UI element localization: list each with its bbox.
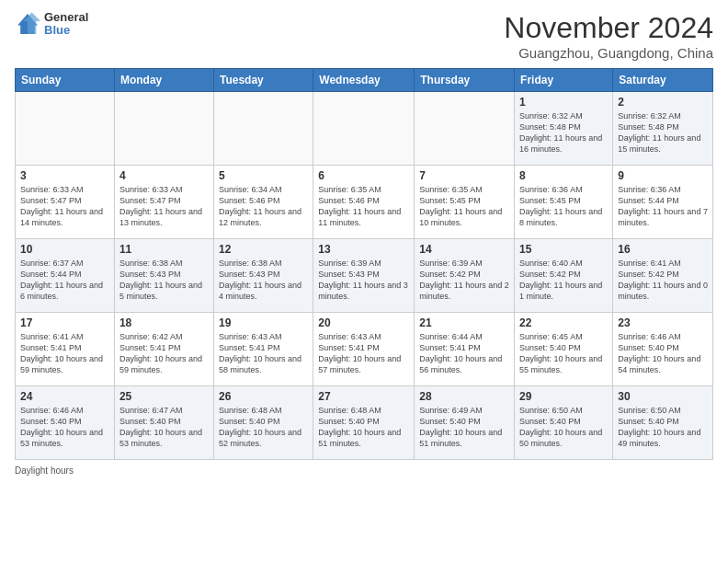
calendar-cell: 14Sunrise: 6:39 AM Sunset: 5:42 PM Dayli…	[415, 239, 515, 313]
calendar-cell: 4Sunrise: 6:33 AM Sunset: 5:47 PM Daylig…	[114, 166, 213, 239]
day-info: Sunrise: 6:38 AM Sunset: 5:43 PM Dayligh…	[219, 258, 308, 303]
calendar-cell: 20Sunrise: 6:43 AM Sunset: 5:41 PM Dayli…	[313, 313, 415, 386]
day-number: 2	[618, 96, 708, 109]
week-row: 1Sunrise: 6:32 AM Sunset: 5:48 PM Daylig…	[16, 92, 713, 166]
calendar-cell	[313, 92, 415, 166]
logo: General Blue	[15, 11, 88, 38]
day-info: Sunrise: 6:38 AM Sunset: 5:43 PM Dayligh…	[119, 258, 209, 303]
calendar-cell: 21Sunrise: 6:44 AM Sunset: 5:41 PM Dayli…	[415, 313, 515, 386]
calendar-cell: 26Sunrise: 6:48 AM Sunset: 5:40 PM Dayli…	[213, 386, 313, 460]
day-number: 18	[119, 316, 209, 329]
calendar-cell: 17Sunrise: 6:41 AM Sunset: 5:41 PM Dayli…	[16, 313, 115, 386]
calendar-cell	[114, 92, 213, 166]
day-number: 11	[119, 243, 209, 256]
day-info: Sunrise: 6:36 AM Sunset: 5:45 PM Dayligh…	[519, 184, 608, 229]
page-subtitle: Guangzhou, Guangdong, China	[504, 45, 713, 61]
calendar-cell: 24Sunrise: 6:46 AM Sunset: 5:40 PM Dayli…	[16, 386, 115, 460]
calendar-cell: 13Sunrise: 6:39 AM Sunset: 5:43 PM Dayli…	[313, 239, 415, 313]
day-info: Sunrise: 6:49 AM Sunset: 5:40 PM Dayligh…	[419, 405, 509, 450]
day-number: 26	[219, 390, 308, 403]
day-number: 1	[519, 96, 608, 109]
day-info: Sunrise: 6:35 AM Sunset: 5:46 PM Dayligh…	[318, 184, 409, 229]
day-number: 10	[20, 243, 109, 256]
day-number: 21	[419, 316, 509, 329]
day-number: 6	[318, 169, 409, 182]
day-info: Sunrise: 6:50 AM Sunset: 5:40 PM Dayligh…	[519, 405, 608, 450]
day-number: 5	[219, 169, 308, 182]
calendar-cell: 16Sunrise: 6:41 AM Sunset: 5:42 PM Dayli…	[613, 239, 713, 313]
day-number: 8	[519, 169, 608, 182]
day-number: 3	[20, 169, 109, 182]
calendar-cell: 9Sunrise: 6:36 AM Sunset: 5:44 PM Daylig…	[613, 166, 713, 239]
day-number: 27	[318, 390, 409, 403]
day-info: Sunrise: 6:46 AM Sunset: 5:40 PM Dayligh…	[20, 405, 109, 450]
calendar-cell: 8Sunrise: 6:36 AM Sunset: 5:45 PM Daylig…	[515, 166, 613, 239]
week-row: 10Sunrise: 6:37 AM Sunset: 5:44 PM Dayli…	[16, 239, 713, 313]
title-block: November 2024 Guangzhou, Guangdong, Chin…	[504, 11, 713, 61]
day-info: Sunrise: 6:45 AM Sunset: 5:40 PM Dayligh…	[519, 331, 608, 376]
calendar-cell: 22Sunrise: 6:45 AM Sunset: 5:40 PM Dayli…	[515, 313, 613, 386]
day-number: 9	[618, 169, 708, 182]
week-row: 24Sunrise: 6:46 AM Sunset: 5:40 PM Dayli…	[16, 386, 713, 460]
col-header-wednesday: Wednesday	[313, 69, 415, 92]
day-info: Sunrise: 6:44 AM Sunset: 5:41 PM Dayligh…	[419, 331, 509, 376]
calendar-cell: 29Sunrise: 6:50 AM Sunset: 5:40 PM Dayli…	[515, 386, 613, 460]
day-info: Sunrise: 6:34 AM Sunset: 5:46 PM Dayligh…	[219, 184, 308, 229]
daylight-label: Daylight hours	[15, 465, 74, 476]
day-info: Sunrise: 6:32 AM Sunset: 5:48 PM Dayligh…	[618, 110, 708, 155]
day-number: 19	[219, 316, 308, 329]
day-number: 7	[419, 169, 509, 182]
day-number: 15	[519, 243, 608, 256]
logo-blue: Blue	[44, 24, 88, 37]
day-number: 14	[419, 243, 509, 256]
calendar-cell: 10Sunrise: 6:37 AM Sunset: 5:44 PM Dayli…	[16, 239, 115, 313]
day-info: Sunrise: 6:36 AM Sunset: 5:44 PM Dayligh…	[618, 184, 708, 229]
week-row: 3Sunrise: 6:33 AM Sunset: 5:47 PM Daylig…	[16, 166, 713, 239]
day-info: Sunrise: 6:39 AM Sunset: 5:42 PM Dayligh…	[419, 258, 509, 303]
day-info: Sunrise: 6:33 AM Sunset: 5:47 PM Dayligh…	[20, 184, 109, 229]
day-number: 12	[219, 243, 308, 256]
day-info: Sunrise: 6:33 AM Sunset: 5:47 PM Dayligh…	[119, 184, 209, 229]
calendar-header-row: SundayMondayTuesdayWednesdayThursdayFrid…	[16, 69, 713, 92]
day-info: Sunrise: 6:41 AM Sunset: 5:41 PM Dayligh…	[20, 331, 109, 376]
calendar: SundayMondayTuesdayWednesdayThursdayFrid…	[15, 68, 713, 460]
day-info: Sunrise: 6:43 AM Sunset: 5:41 PM Dayligh…	[219, 331, 308, 376]
calendar-cell	[213, 92, 313, 166]
calendar-cell: 23Sunrise: 6:46 AM Sunset: 5:40 PM Dayli…	[613, 313, 713, 386]
day-number: 22	[519, 316, 608, 329]
calendar-cell	[415, 92, 515, 166]
logo-icon	[15, 11, 40, 37]
calendar-cell: 28Sunrise: 6:49 AM Sunset: 5:40 PM Dayli…	[415, 386, 515, 460]
calendar-cell: 11Sunrise: 6:38 AM Sunset: 5:43 PM Dayli…	[114, 239, 213, 313]
header: General Blue November 2024 Guangzhou, Gu…	[15, 11, 713, 61]
day-number: 28	[419, 390, 509, 403]
col-header-saturday: Saturday	[613, 69, 713, 92]
day-info: Sunrise: 6:50 AM Sunset: 5:40 PM Dayligh…	[618, 405, 708, 450]
footer: Daylight hours	[15, 465, 713, 476]
day-info: Sunrise: 6:48 AM Sunset: 5:40 PM Dayligh…	[219, 405, 308, 450]
page-title: November 2024	[504, 11, 713, 45]
logo-general: General	[44, 11, 88, 24]
calendar-cell: 25Sunrise: 6:47 AM Sunset: 5:40 PM Dayli…	[114, 386, 213, 460]
day-info: Sunrise: 6:39 AM Sunset: 5:43 PM Dayligh…	[318, 258, 409, 303]
calendar-cell: 30Sunrise: 6:50 AM Sunset: 5:40 PM Dayli…	[613, 386, 713, 460]
col-header-friday: Friday	[515, 69, 613, 92]
calendar-cell: 15Sunrise: 6:40 AM Sunset: 5:42 PM Dayli…	[515, 239, 613, 313]
day-info: Sunrise: 6:32 AM Sunset: 5:48 PM Dayligh…	[519, 110, 608, 155]
day-number: 30	[618, 390, 708, 403]
day-info: Sunrise: 6:40 AM Sunset: 5:42 PM Dayligh…	[519, 258, 608, 303]
calendar-cell: 19Sunrise: 6:43 AM Sunset: 5:41 PM Dayli…	[213, 313, 313, 386]
col-header-sunday: Sunday	[16, 69, 115, 92]
calendar-cell: 12Sunrise: 6:38 AM Sunset: 5:43 PM Dayli…	[213, 239, 313, 313]
day-info: Sunrise: 6:47 AM Sunset: 5:40 PM Dayligh…	[119, 405, 209, 450]
day-number: 16	[618, 243, 708, 256]
logo-text: General Blue	[44, 11, 88, 38]
day-number: 20	[318, 316, 409, 329]
day-number: 23	[618, 316, 708, 329]
calendar-cell: 1Sunrise: 6:32 AM Sunset: 5:48 PM Daylig…	[515, 92, 613, 166]
calendar-cell: 3Sunrise: 6:33 AM Sunset: 5:47 PM Daylig…	[16, 166, 115, 239]
day-number: 17	[20, 316, 109, 329]
week-row: 17Sunrise: 6:41 AM Sunset: 5:41 PM Dayli…	[16, 313, 713, 386]
calendar-cell: 18Sunrise: 6:42 AM Sunset: 5:41 PM Dayli…	[114, 313, 213, 386]
day-info: Sunrise: 6:37 AM Sunset: 5:44 PM Dayligh…	[20, 258, 109, 303]
